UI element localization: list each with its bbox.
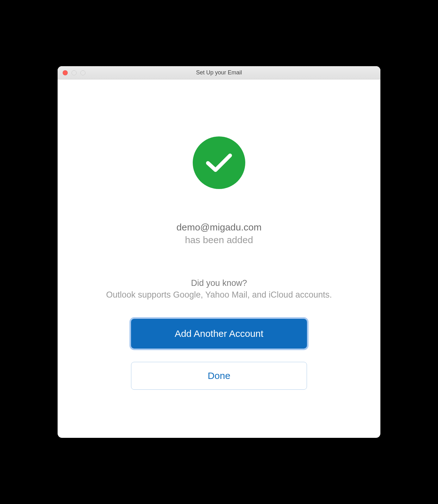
add-another-account-button[interactable]: Add Another Account — [131, 319, 307, 349]
added-email-address: demo@migadu.com — [177, 222, 262, 233]
titlebar: Set Up your Email — [58, 66, 380, 79]
setup-email-window: Set Up your Email demo@migadu.com has be… — [58, 66, 380, 438]
window-title: Set Up your Email — [58, 69, 380, 76]
tip-body: Outlook supports Google, Yahoo Mail, and… — [106, 290, 332, 300]
window-controls — [58, 70, 85, 75]
close-icon[interactable] — [63, 70, 68, 75]
tip-heading: Did you know? — [106, 278, 332, 288]
button-group: Add Another Account Done — [131, 319, 307, 390]
tip-section: Did you know? Outlook supports Google, Y… — [106, 278, 332, 300]
zoom-icon — [80, 70, 85, 75]
checkmark-icon — [193, 136, 245, 189]
content-area: demo@migadu.com has been added Did you k… — [58, 79, 380, 438]
done-button[interactable]: Done — [131, 362, 307, 390]
added-confirmation-text: has been added — [185, 235, 253, 245]
minimize-icon — [72, 70, 77, 75]
